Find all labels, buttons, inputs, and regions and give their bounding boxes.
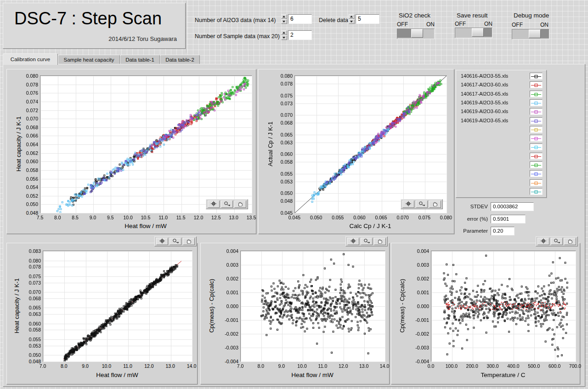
pan-tool-button[interactable] xyxy=(564,238,576,245)
hand-icon xyxy=(237,201,243,208)
plot-canvas[interactable] xyxy=(431,251,576,361)
error-label: error (%) xyxy=(461,216,488,222)
y-tick-label: 0.076 xyxy=(17,90,38,96)
plot-canvas[interactable] xyxy=(43,251,192,361)
legend-plot-glyph[interactable] xyxy=(530,161,543,168)
y-tick-label: 0.083 xyxy=(20,248,41,254)
chart-actual-vs-calc: Actual Cp / J K-1 Calc Cp / J K-1 0.0450… xyxy=(258,69,454,234)
y-tick-label: 0.073 xyxy=(20,280,41,286)
debug-mode-toggle[interactable] xyxy=(512,29,549,40)
cross-tool-button[interactable] xyxy=(537,238,549,245)
pan-tool-button[interactable] xyxy=(374,238,386,245)
cross-tool-button[interactable] xyxy=(208,200,220,208)
legend-plot-glyph[interactable] xyxy=(530,143,543,150)
legend-plot-glyph[interactable] xyxy=(530,99,543,106)
y-tick-label: 0.000 xyxy=(408,303,429,309)
zoom-tool-button[interactable] xyxy=(221,200,233,208)
legend-plot-glyph[interactable] xyxy=(530,91,543,97)
tab-sample-heat-capacity[interactable]: Sample heat capacity xyxy=(58,55,120,64)
legend-panel: 140616-Al2O3-55.xls140617-Al2O3-60.xls14… xyxy=(456,70,547,198)
delete-data-input[interactable]: 5 xyxy=(356,14,379,24)
y-tick-label: 0.060 xyxy=(17,159,38,164)
crosshair-icon xyxy=(350,238,356,245)
legend-plot-glyph[interactable] xyxy=(530,179,543,186)
pan-tool-button[interactable] xyxy=(429,200,441,208)
legend-plot-glyph[interactable] xyxy=(530,126,543,133)
plot-canvas[interactable] xyxy=(40,76,252,213)
y-tick-label: 0.062 xyxy=(17,150,38,156)
x-tick-label: 0.045 xyxy=(284,215,305,220)
legend-plot-glyph[interactable] xyxy=(530,117,543,124)
decrement-icon[interactable] xyxy=(281,19,287,24)
toggle-handle[interactable] xyxy=(472,28,484,37)
delete-data-stepper[interactable] xyxy=(349,14,355,24)
zoom-tool-button[interactable] xyxy=(170,238,181,245)
legend-plot-glyph[interactable] xyxy=(530,108,543,115)
y-tick-label: 0.053 xyxy=(20,343,41,349)
y-tick-label: 0.053 xyxy=(271,179,293,184)
legend-plot-glyph[interactable] xyxy=(530,73,543,80)
x-tick-label: 9.0 xyxy=(271,363,292,369)
tab-data-table-1[interactable]: Data table-1 xyxy=(120,55,160,64)
y-tick-label: -0.001 xyxy=(217,317,238,323)
plot-canvas[interactable] xyxy=(295,76,447,213)
chart-residual-vs-temperature: Cp(meas) - Cp(calc) Temperature / C -0.0… xyxy=(391,243,580,384)
y-tick-label: 0.068 xyxy=(20,296,41,301)
sio2-check-toggle[interactable] xyxy=(397,29,435,39)
pan-tool-button[interactable] xyxy=(234,200,246,208)
x-tick-label: 9.0 xyxy=(75,363,96,369)
x-tick-label: 200.0 xyxy=(462,363,483,369)
y-tick-label: 0.065 xyxy=(271,132,293,137)
y-tick-label: 0.070 xyxy=(271,112,293,118)
y-tick-label: -0.001 xyxy=(408,317,429,323)
sio2-on-label: ON xyxy=(426,21,435,28)
graph-palette xyxy=(154,236,197,246)
chart-calibration-curve: Heat capacity / J K-1 Heat flow / mW 0.0… xyxy=(6,69,256,234)
parameter-input[interactable]: 0.20 xyxy=(491,227,514,235)
cross-tool-button[interactable] xyxy=(402,200,414,208)
y-tick-label: 0.080 xyxy=(17,73,38,79)
cross-tool-button[interactable] xyxy=(347,238,359,245)
plot-area xyxy=(431,251,576,362)
tab-calibration-curve[interactable]: Calibration curve xyxy=(3,53,58,65)
cross-tool-button[interactable] xyxy=(156,238,168,245)
zoom-tool-button[interactable] xyxy=(551,238,563,245)
decrement-icon[interactable] xyxy=(349,19,355,24)
zoom-tool-button[interactable] xyxy=(361,238,373,245)
al2o3-count-stepper[interactable] xyxy=(281,14,287,24)
y-tick-label: 0.004 xyxy=(408,248,429,254)
x-tick-label: 11.0 xyxy=(312,363,333,369)
sample-count-stepper[interactable] xyxy=(281,30,287,40)
y-tick-label: 0.054 xyxy=(17,184,38,190)
legend-plot-glyph[interactable] xyxy=(530,170,543,177)
x-tick-label: 600.0 xyxy=(544,363,565,369)
pan-tool-button[interactable] xyxy=(183,238,195,245)
legend-plot-glyph[interactable] xyxy=(530,153,543,160)
y-tick-label: 0.078 xyxy=(17,82,38,87)
y-tick-label: 0.000 xyxy=(217,303,238,309)
x-tick-label: 0.070 xyxy=(392,215,413,220)
x-axis-label: Calc Cp / J K-1 xyxy=(294,223,446,229)
graph-palette xyxy=(536,236,578,246)
toggle-handle[interactable] xyxy=(411,29,423,38)
save-result-toggle[interactable] xyxy=(455,28,492,38)
zoom-tool-button[interactable] xyxy=(416,200,428,208)
magnifier-icon xyxy=(554,238,560,245)
x-tick-label: 100.0 xyxy=(441,363,462,369)
legend-plot-glyph[interactable] xyxy=(530,188,543,195)
increment-icon[interactable] xyxy=(281,30,287,35)
plot-canvas[interactable] xyxy=(241,251,385,361)
y-tick-label: 0.004 xyxy=(217,248,238,254)
hand-icon xyxy=(432,201,438,208)
x-tick-label: 400.0 xyxy=(503,363,524,369)
legend-plot-glyph[interactable] xyxy=(530,81,543,88)
decrement-icon[interactable] xyxy=(281,35,287,40)
legend-file-name: 140619-Al2O3-55.xls xyxy=(461,99,508,106)
increment-icon[interactable] xyxy=(281,14,287,19)
toggle-handle[interactable] xyxy=(529,29,541,38)
tab-data-table-2[interactable]: Data table-2 xyxy=(160,55,200,64)
sample-count-input[interactable]: 2 xyxy=(288,30,312,40)
increment-icon[interactable] xyxy=(349,14,355,19)
al2o3-count-input[interactable]: 6 xyxy=(288,14,312,24)
legend-plot-glyph[interactable] xyxy=(530,135,543,142)
